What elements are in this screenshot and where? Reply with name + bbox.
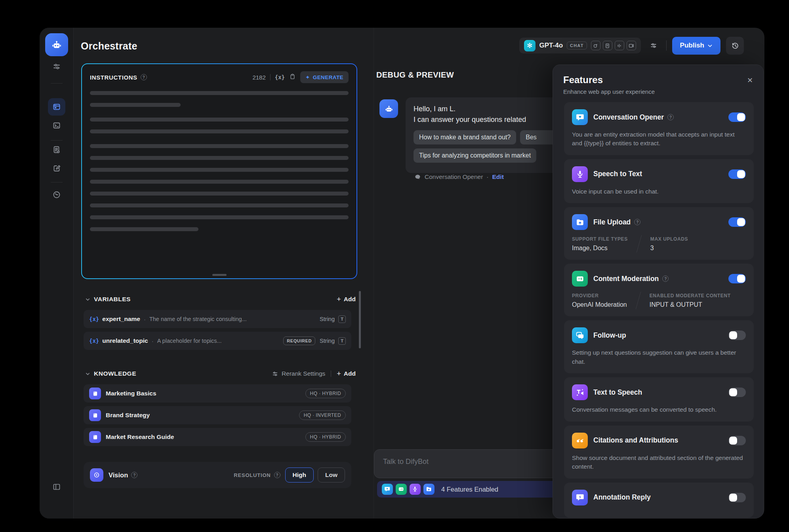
knowledge-row[interactable]: Brand Strategy HQ · INVERTED bbox=[84, 406, 351, 424]
feature-card-text-to-speech: Text to Speech Conversation messages can… bbox=[564, 377, 754, 421]
feature-title: Conversation Opener bbox=[593, 113, 664, 122]
file-upload-toggle[interactable] bbox=[728, 217, 746, 227]
feature-title: Annotation Reply bbox=[593, 493, 651, 502]
file-upload-icon bbox=[572, 214, 588, 230]
follow-up-toggle[interactable] bbox=[728, 331, 746, 340]
required-badge: REQUIRED bbox=[283, 336, 315, 345]
feature-title: File Upload bbox=[593, 218, 631, 226]
clipboard-icon[interactable] bbox=[289, 73, 296, 82]
features-enabled-count: 4 Features Enabled bbox=[441, 486, 498, 493]
dot-separator: · bbox=[152, 338, 154, 344]
feature-card-conversation-opener: Conversation Opener ? You are an entity … bbox=[564, 102, 754, 155]
help-icon[interactable]: ? bbox=[131, 472, 137, 478]
chevron-down-icon[interactable] bbox=[85, 297, 90, 302]
knowledge-row[interactable]: Market Research Guide HQ · HYBRID bbox=[84, 428, 351, 446]
edit-opener-link[interactable]: Edit bbox=[492, 173, 504, 180]
chat-bubble-icon bbox=[414, 174, 421, 180]
bot-avatar bbox=[379, 99, 398, 118]
resize-handle[interactable] bbox=[212, 274, 227, 276]
variable-type: String bbox=[320, 338, 335, 344]
variable-braces-icon[interactable]: {x} bbox=[275, 74, 285, 80]
annotation-reply-toggle[interactable] bbox=[728, 493, 746, 502]
feature-desc: Conversation messages can be converted t… bbox=[572, 405, 746, 414]
chevron-down-icon[interactable] bbox=[85, 371, 90, 376]
close-icon[interactable]: ✕ bbox=[747, 76, 753, 85]
file-types-field: SUPPORT FILE TYPES Image, Docs bbox=[572, 236, 628, 252]
instructions-panel[interactable]: INSTRUCTIONS ? 2182 {x} ✦ GENERATE bbox=[81, 63, 357, 279]
features-title: Features bbox=[563, 74, 753, 86]
screen: Orchestrate ✻ GPT-4o CHAT bbox=[0, 0, 789, 532]
resolution-low-button[interactable]: Low bbox=[318, 467, 345, 483]
variable-desc: The name of the strategic consulting... bbox=[149, 316, 320, 322]
variable-row[interactable]: {x} unrelated_topic · A placeholder for … bbox=[84, 332, 351, 350]
sidebar-divider bbox=[51, 182, 63, 182]
retrieval-badge: HQ · INVERTED bbox=[299, 410, 346, 420]
rerank-settings-button[interactable]: Rerank Settings bbox=[272, 370, 325, 377]
sparkle-icon: ✦ bbox=[305, 74, 310, 80]
content-moderation-toggle[interactable] bbox=[728, 274, 746, 283]
logs-icon[interactable] bbox=[49, 142, 65, 158]
variable-braces-icon: {x} bbox=[89, 338, 99, 344]
retrieval-badge: HQ · HYBRID bbox=[305, 432, 346, 442]
generate-button[interactable]: ✦ GENERATE bbox=[300, 71, 349, 83]
feature-card-follow-up: Follow-up Setting up next questions sugg… bbox=[564, 320, 754, 373]
add-knowledge-button[interactable]: +Add bbox=[337, 370, 356, 378]
speech-to-text-toggle[interactable] bbox=[728, 169, 746, 179]
knowledge-name: Brand Strategy bbox=[106, 412, 299, 419]
help-icon[interactable]: ? bbox=[634, 219, 640, 225]
dataset-icon bbox=[89, 388, 101, 399]
dot-separator: · bbox=[144, 316, 146, 323]
char-count: 2182 bbox=[252, 74, 265, 81]
opener-caption: Conversation Opener · Edit bbox=[414, 173, 504, 180]
resolution-label: RESOLUTION bbox=[234, 472, 271, 478]
variables-list: {x} expert_name · The name of the strate… bbox=[84, 310, 351, 350]
monitoring-gauge-icon[interactable] bbox=[49, 187, 65, 203]
content-moderation-icon bbox=[572, 271, 588, 287]
vision-title: Vision bbox=[109, 471, 128, 479]
scrollbar-thumb[interactable] bbox=[359, 291, 361, 348]
conversation-opener-toggle[interactable] bbox=[728, 112, 746, 122]
knowledge-row[interactable]: Marketing Basics HQ · HYBRID bbox=[84, 384, 351, 403]
feature-desc: Voice input can be used in chat. bbox=[572, 187, 746, 196]
resolution-high-button[interactable]: High bbox=[285, 467, 314, 483]
plus-icon: + bbox=[337, 370, 341, 378]
suggested-question-chip[interactable]: How to make a brand stand out? bbox=[414, 130, 516, 144]
suggested-question-chip[interactable]: Tips for analyzing competitors in market bbox=[414, 148, 536, 163]
field-divider bbox=[635, 292, 641, 309]
sidebar-divider bbox=[51, 140, 63, 141]
content-moderation-icon bbox=[396, 484, 407, 495]
app-avatar[interactable] bbox=[45, 33, 68, 56]
variable-name: expert_name bbox=[102, 315, 140, 323]
vision-icon bbox=[90, 468, 103, 482]
variable-braces-icon: {x} bbox=[89, 316, 99, 322]
feature-title: Citations and Attributions bbox=[593, 436, 678, 445]
variables-header: VARIABLES +Add bbox=[81, 293, 357, 305]
variable-name: unrelated_topic bbox=[102, 337, 148, 344]
conversation-opener-icon bbox=[572, 109, 588, 125]
help-icon[interactable]: ? bbox=[662, 276, 669, 282]
instructions-title: INSTRUCTIONS bbox=[90, 74, 137, 81]
annotation-edit-icon[interactable] bbox=[49, 160, 65, 176]
help-icon[interactable]: ? bbox=[667, 114, 674, 120]
help-icon[interactable]: ? bbox=[141, 74, 147, 80]
variable-type: String bbox=[320, 316, 335, 322]
feature-card-citations: Citations and Attributions Show source d… bbox=[564, 426, 754, 479]
help-icon[interactable]: ? bbox=[274, 472, 280, 478]
citations-icon bbox=[572, 433, 588, 448]
add-variable-button[interactable]: +Add bbox=[337, 295, 356, 304]
feature-desc: You are an entity extraction model that … bbox=[572, 130, 746, 148]
text-to-speech-toggle[interactable] bbox=[728, 388, 746, 397]
instructions-header: INSTRUCTIONS ? 2182 {x} ✦ GENERATE bbox=[82, 64, 356, 88]
citations-toggle[interactable] bbox=[728, 436, 746, 445]
collapse-panel-icon[interactable] bbox=[49, 479, 65, 495]
variable-row[interactable]: {x} expert_name · The name of the strate… bbox=[84, 310, 351, 328]
feature-title: Content Moderation bbox=[593, 275, 659, 283]
app-window-icon[interactable] bbox=[48, 98, 65, 116]
terminal-icon[interactable] bbox=[49, 118, 65, 133]
app-window: Orchestrate ✻ GPT-4o CHAT bbox=[40, 28, 764, 519]
tune-icon[interactable] bbox=[49, 59, 65, 74]
variables-title: VARIABLES bbox=[94, 296, 131, 303]
string-type-icon: T bbox=[338, 315, 346, 323]
feature-title: Text to Speech bbox=[593, 388, 642, 397]
string-type-icon: T bbox=[338, 337, 346, 345]
